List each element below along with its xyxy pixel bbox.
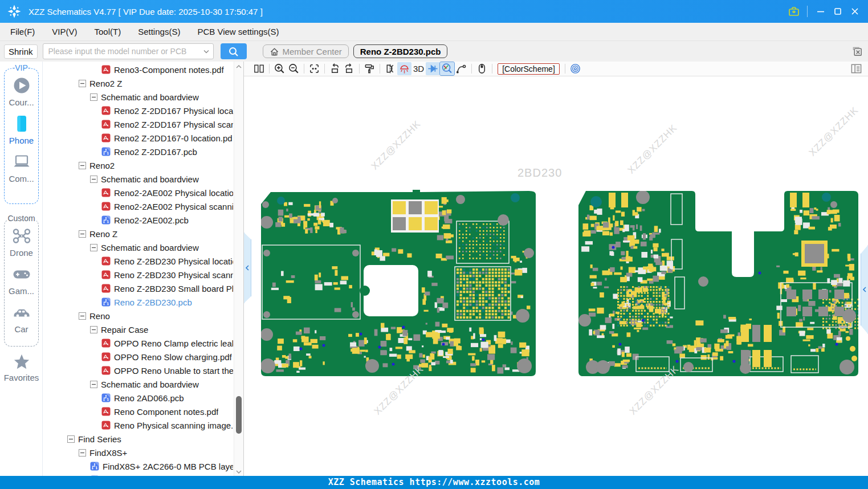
paint-layer-icon[interactable] [362,62,377,75]
tree-item-reno2-z-2dd167-physical-locat[interactable]: Reno2 Z-2DD167 Physical locat [43,104,233,117]
tree-item-schematic-and-boardview[interactable]: Schematic and boardview [43,241,233,254]
zoom-in-icon[interactable] [272,62,287,75]
tree-scrollbar[interactable] [234,62,243,476]
tree-item-reno3-component-notes-pdf[interactable]: Reno3-Component notes.pdf [43,63,233,76]
eye-view-icon[interactable] [568,62,582,75]
collapse-icon[interactable] [90,176,97,183]
collapse-icon[interactable] [67,435,75,443]
tree-item-reno2[interactable]: Reno2 [43,158,233,172]
rotate-right-icon[interactable] [342,62,356,75]
tab-reno-z-2bd230-pcb[interactable]: Reno Z-2BD230.pcb [353,44,448,58]
zoom-out-icon[interactable] [287,62,301,75]
tree-item-oppo-reno-unable-to-start-the[interactable]: OPPO Reno Unable to start the [43,364,233,377]
collapse-icon[interactable] [90,381,97,388]
collapse-icon[interactable] [79,312,86,320]
maximize-button[interactable] [829,3,846,19]
sidebar-item-label: Cour... [5,97,38,107]
minimize-button[interactable] [812,3,829,19]
star-icon [0,353,43,372]
collapse-icon[interactable] [79,162,86,169]
tree-item-schematic-and-boardview[interactable]: Schematic and boardview [43,172,233,186]
collapse-icon[interactable] [79,230,86,238]
menu-file-f[interactable]: File(F) [10,27,35,36]
sidebar-item-com[interactable]: Com... [5,153,38,184]
menu-tool-t[interactable]: Tool(T) [95,27,121,36]
sidebar-item-phone[interactable]: Phone [5,115,38,145]
sidebar-item-car[interactable]: Car [5,304,38,334]
tree-item-repair-case[interactable]: Repair Case [43,323,233,336]
curve-icon[interactable] [454,62,468,75]
collapse-left-handle[interactable] [244,233,251,303]
scroll-down-icon[interactable] [235,469,242,475]
search-button[interactable] [221,43,247,59]
shrink-button[interactable]: Shrink [4,44,38,59]
split-view-icon[interactable] [252,62,266,75]
sidebar-item-gam[interactable]: Gam... [5,266,38,296]
tree-item-reno-z-2bd230-physical-locatic[interactable]: Reno Z-2BD230 Physical locatic [43,254,233,268]
tree-item-reno-z-2bd230-physical-scanni[interactable]: Reno Z-2BD230 Physical scanni [43,268,233,282]
tree-item-reno-z-2bd230-pcb[interactable]: Reno Z-2BD230.pcb [43,295,233,309]
pcb-canvas[interactable]: XZZ@XZZHKXZZ@XZZHKXZZ@XZZHKXZZ@XZZHKXZZ@… [244,76,868,476]
home-icon [270,47,279,56]
tree-item-reno2-z-2dd167-physical-scann[interactable]: Reno2 Z-2DD167 Physical scann [43,117,233,131]
tree-item-findx8s[interactable]: FindX8S+ [43,446,233,459]
silkscreen-icon[interactable] [397,62,411,75]
tree-item-oppo-reno-slow-charging-pdf[interactable]: OPPO Reno Slow charging.pdf [43,350,233,364]
panel-toggle-icon[interactable] [850,63,862,77]
close-button[interactable] [846,3,863,19]
group-label: -VIP- [11,63,32,72]
collapse-icon[interactable] [79,449,86,457]
tree-item-reno2-2ae002-physical-scannin[interactable]: Reno2-2AE002 Physical scannin [43,199,233,213]
tree-item-findx8s-2ac266-0-mb-pcb-layer[interactable]: FindX8S+ 2AC266-0 MB PCB layer. [43,459,233,473]
tree-item-reno2-z[interactable]: Reno2 Z [43,76,233,90]
menu-settings-s[interactable]: Settings(S) [138,27,180,36]
tree-item-label: Reno [89,311,110,321]
frame-select-icon[interactable] [307,62,321,75]
tab-member-center[interactable]: Member Center [263,44,349,58]
sidebar-item-favorites[interactable]: Favorites [0,353,43,382]
tree-item-reno2-2ae002-physical-location[interactable]: Reno2-2AE002 Physical location [43,186,233,199]
tree-item-label: OPPO Reno Unable to start the [114,366,233,376]
collapse-right-handle[interactable] [861,245,868,334]
tree-item-schematic-and-boardview[interactable]: Schematic and boardview [43,90,233,104]
tab-strip: Member CenterReno Z-2BD230.pcb [263,44,448,58]
tree-item-reno[interactable]: Reno [43,309,233,323]
tree-item-reno-physical-scanning-image-p[interactable]: Reno Physical scanning image.p [43,418,233,432]
toolbar-separator [359,64,360,74]
menu-vip-v[interactable]: VIP(V) [52,27,77,36]
tree-item-oppo-reno-clamp-electric-leak[interactable]: OPPO Reno Clamp electric leak [43,336,233,350]
close-document-icon[interactable] [851,46,863,58]
chevron-down-icon[interactable] [203,50,209,54]
mouse-mode-icon[interactable] [475,62,489,75]
rotate-left-icon[interactable] [328,62,342,75]
sidebar-item-cour[interactable]: Cour... [5,77,38,107]
collapse-icon[interactable] [90,244,97,251]
measure-icon[interactable] [440,62,454,75]
collapse-icon[interactable] [90,326,97,333]
scroll-up-icon[interactable] [235,64,242,70]
tree-item-reno-component-notes-pdf[interactable]: Reno Component notes.pdf [43,405,233,418]
pcb-icon [90,462,99,471]
mode-3d-button[interactable]: 3D [411,64,426,74]
tree-item-reno-z[interactable]: Reno Z [43,227,233,241]
tree-item-schematic-and-boardview[interactable]: Schematic and boardview [43,377,233,391]
search-input[interactable] [43,43,214,59]
tree-item-reno-2ad066-pcb[interactable]: Reno 2AD066.pcb [43,391,233,405]
pcb-board-view[interactable] [244,76,868,476]
vip-briefcase-icon[interactable] [785,3,802,19]
tree-item-reno2-z-2dd167-pcb[interactable]: Reno2 Z-2DD167.pcb [43,145,233,158]
collapse-icon[interactable] [90,93,97,101]
diode-icon[interactable] [426,62,440,75]
tree-item-reno-z-2bd230-small-board-ph[interactable]: Reno Z-2BD230 Small board Ph [43,282,233,295]
pdf-icon [101,65,111,74]
color-scheme-button[interactable]: [ColorScheme] [498,63,560,75]
tree-item-find-series[interactable]: Find Series [43,432,233,446]
sidebar-group-custom: CustomDroneGam...Car [4,219,39,347]
scrollbar-thumb[interactable] [236,396,242,434]
tree-item-reno2-2ae002-pcb[interactable]: Reno2-2AE002.pcb [43,213,233,227]
menu-pcb-view-settings-s[interactable]: PCB View settings(S) [197,27,279,36]
mirror-flip-icon[interactable] [383,62,397,75]
sidebar-item-drone[interactable]: Drone [5,227,38,258]
tree-item-reno2-z-2dd167-0-location-pd[interactable]: Reno2 Z-2DD167-0 location.pd [43,131,233,145]
collapse-icon[interactable] [79,80,86,87]
